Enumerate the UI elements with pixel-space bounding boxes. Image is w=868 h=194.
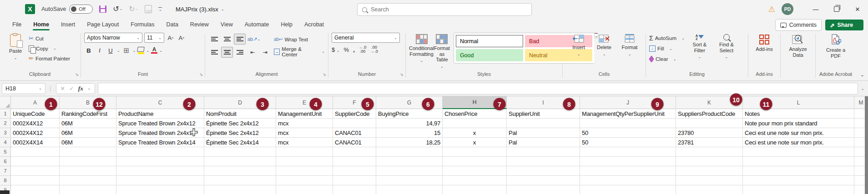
format-cells-button[interactable]: Format ⌄: [617, 33, 642, 57]
row-header-7[interactable]: 7: [0, 166, 11, 176]
cell-E6[interactable]: [276, 157, 333, 166]
borders-button[interactable]: ⊞: [122, 46, 131, 55]
warning-icon[interactable]: ⚠: [768, 5, 775, 14]
cell-B9[interactable]: [60, 185, 116, 194]
row-header-8[interactable]: 8: [0, 176, 11, 185]
row-header-3[interactable]: 3: [0, 128, 11, 138]
name-box[interactable]: H18⌄: [2, 83, 45, 94]
cell-L5[interactable]: [743, 147, 854, 157]
cell-H6[interactable]: [443, 157, 507, 166]
clear-button[interactable]: Clear ⌄: [649, 55, 685, 64]
cell-F3[interactable]: CANAC01: [333, 128, 376, 138]
font-size-select[interactable]: 11⌄: [144, 33, 164, 43]
cell-G7[interactable]: [376, 166, 443, 176]
cell-G5[interactable]: [376, 147, 443, 157]
cell-D6[interactable]: [204, 157, 276, 166]
cell-I6[interactable]: [507, 157, 580, 166]
align-right-button[interactable]: [234, 47, 246, 58]
cell-G2[interactable]: 14,97: [376, 119, 443, 128]
align-left-button[interactable]: [208, 47, 220, 58]
comments-button[interactable]: Comments: [775, 19, 822, 31]
percent-button[interactable]: %: [344, 46, 349, 53]
cell-H4[interactable]: x: [443, 138, 507, 147]
cell-K3[interactable]: 23780: [676, 128, 743, 138]
cell-G9[interactable]: [376, 185, 443, 194]
select-all-corner[interactable]: [0, 96, 11, 109]
cell-F2[interactable]: [333, 119, 376, 128]
sort-filter-button[interactable]: AZ Sort & Filter ⌄: [688, 33, 711, 60]
cell-style-good[interactable]: Good: [456, 49, 523, 61]
font-dialog-launcher[interactable]: ⇘: [199, 72, 203, 77]
redo-button[interactable]: ↻⌄: [129, 5, 138, 13]
cell-D9[interactable]: [204, 185, 276, 194]
row-header-2[interactable]: 2: [0, 119, 11, 128]
cell-A5[interactable]: [11, 147, 60, 157]
cell-I5[interactable]: [507, 147, 580, 157]
cell-B7[interactable]: [60, 166, 116, 176]
font-family-select[interactable]: Aptos Narrow⌄: [84, 33, 142, 43]
cell-F1[interactable]: SupplierCode: [333, 109, 376, 119]
cell-A3[interactable]: 0002X4X12: [11, 128, 60, 138]
conditional-formatting-button[interactable]: Conditional Formatting ⌄: [409, 33, 434, 64]
cell-L4[interactable]: Ceci est une note sur mon prix.: [743, 138, 854, 147]
close-button[interactable]: ✕: [847, 0, 868, 18]
cell-J9[interactable]: [580, 185, 676, 194]
cell-F7[interactable]: [333, 166, 376, 176]
bottom-align-button[interactable]: [234, 34, 246, 45]
cell-J4[interactable]: 50: [580, 138, 676, 147]
autosave-switch[interactable]: Off: [69, 5, 93, 14]
cell-L3[interactable]: Ceci est une note sur mon prix.: [743, 128, 854, 138]
cell-I3[interactable]: Pal: [507, 128, 580, 138]
cell-C5[interactable]: [116, 147, 204, 157]
number-format-select[interactable]: General⌄: [332, 33, 400, 43]
fill-color-button[interactable]: [137, 47, 144, 54]
cell-C1[interactable]: ProductName: [116, 109, 204, 119]
cell-K7[interactable]: [676, 166, 743, 176]
vertical-scrollbar[interactable]: [865, 96, 868, 194]
cell-I8[interactable]: [507, 176, 580, 185]
cell-I1[interactable]: SupplierUnit: [507, 109, 580, 119]
row-header-6[interactable]: 6: [0, 157, 11, 166]
tab-file[interactable]: File: [6, 18, 27, 31]
format-as-table-button[interactable]: Format as Table ⌄: [434, 33, 450, 70]
increase-decimal-button[interactable]: ←.0.00: [359, 45, 367, 54]
cell-K1[interactable]: SuppliersProductCode: [676, 109, 743, 119]
cell-H9[interactable]: [443, 185, 507, 194]
cell-A8[interactable]: [11, 176, 60, 185]
cell-C8[interactable]: [116, 176, 204, 185]
tab-review[interactable]: Review: [184, 18, 215, 31]
cell-A7[interactable]: [11, 166, 60, 176]
cell-D2[interactable]: Épinette Sec 2x4x12: [204, 119, 276, 128]
cell-E9[interactable]: [276, 185, 333, 194]
undo-button[interactable]: ↺⌄: [113, 5, 122, 13]
cell-B5[interactable]: [60, 147, 116, 157]
cell-B2[interactable]: 06M: [60, 119, 116, 128]
top-align-button[interactable]: [208, 34, 220, 45]
bold-button[interactable]: B: [84, 46, 93, 55]
row-header-4[interactable]: 4: [0, 138, 11, 147]
fill-button[interactable]: ↓Fill ⌄: [649, 44, 685, 53]
tab-formulas[interactable]: Formulas: [125, 18, 160, 31]
formula-bar-expand-icon[interactable]: ⌄: [861, 86, 864, 91]
cell-H1[interactable]: ChosenPrice: [443, 109, 507, 119]
increase-font-button[interactable]: A˄: [166, 33, 175, 42]
cell-style-normal[interactable]: Normal: [456, 35, 523, 47]
copy-button[interactable]: Copy ⌄: [29, 44, 70, 53]
cell-H5[interactable]: [443, 147, 507, 157]
row-header-5[interactable]: 5: [0, 147, 11, 157]
cancel-icon[interactable]: ✕: [61, 85, 65, 92]
tab-insert[interactable]: Insert: [55, 18, 81, 31]
cell-A2[interactable]: 0002X4X12: [11, 119, 60, 128]
cell-H7[interactable]: [443, 166, 507, 176]
decrease-decimal-button[interactable]: .00→.0: [370, 45, 378, 54]
delete-cells-button[interactable]: Delete ⌄: [591, 33, 617, 57]
cell-D4[interactable]: Épinette Sec 2x4x14: [204, 138, 276, 147]
font-color-button[interactable]: A: [151, 47, 157, 54]
document-title[interactable]: MAJPrix (3).xlsx ⌄: [176, 6, 224, 13]
save-icon[interactable]: [99, 5, 106, 13]
cell-J1[interactable]: ManagementQtyPerSupplierUnit: [580, 109, 676, 119]
cell-D1[interactable]: NomProduit: [204, 109, 276, 119]
cell-J2[interactable]: [580, 119, 676, 128]
column-header-B[interactable]: B: [60, 96, 116, 109]
comma-style-button[interactable]: ,: [353, 46, 355, 53]
